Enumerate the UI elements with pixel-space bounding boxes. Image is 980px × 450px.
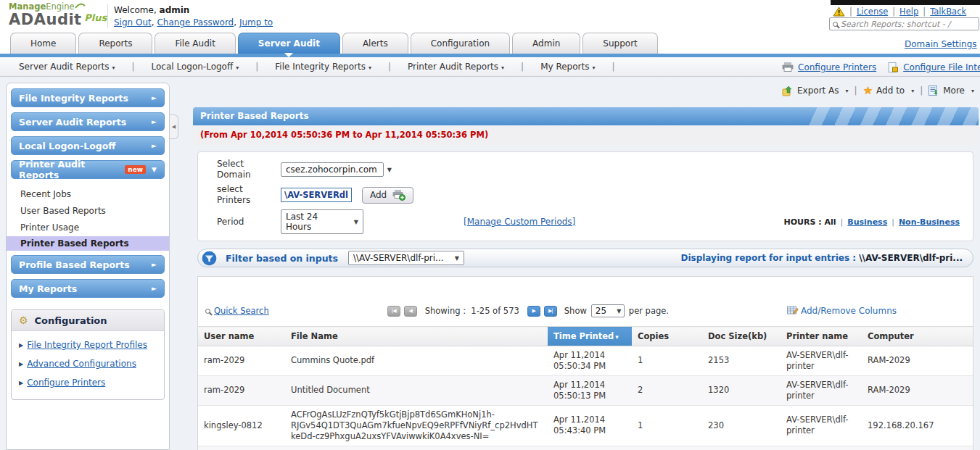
chevron-down-icon: ▾ bbox=[368, 64, 371, 71]
config-link-label[interactable]: Advanced Configurations bbox=[27, 359, 136, 369]
add-to-button[interactable]: ★ Add to ▾ bbox=[863, 84, 915, 97]
cell-computer: 192.168.31.221 bbox=[862, 446, 973, 450]
tab-support[interactable]: Support bbox=[582, 33, 657, 54]
add-printer-button[interactable]: Add bbox=[362, 187, 413, 204]
printer-icon bbox=[782, 62, 794, 72]
configure-file-integrity-link[interactable]: Configure File Integrity bbox=[903, 62, 980, 72]
tab-home[interactable]: Home bbox=[10, 33, 76, 54]
talkback-link[interactable]: TalkBack bbox=[930, 7, 966, 17]
tab-reports[interactable]: Reports bbox=[78, 33, 152, 54]
col-header-printer-name[interactable]: Printer name bbox=[781, 327, 862, 346]
jump-to-link[interactable]: Jump to bbox=[239, 17, 273, 28]
sidebar-item-recent-jobs[interactable]: Recent Jobs bbox=[11, 186, 165, 203]
menu-server-audit-reports[interactable]: Server Audit Reports▾ bbox=[19, 62, 115, 72]
help-link[interactable]: Help bbox=[899, 7, 918, 17]
col-header-time-printed[interactable]: Time Printed▾ bbox=[548, 327, 632, 346]
cell-printer-name: AV-SERVER\dlf-printer bbox=[781, 446, 862, 450]
warning-icon[interactable]: ! bbox=[833, 7, 845, 17]
header-divider bbox=[107, 4, 108, 28]
manage-custom-periods-link[interactable]: [Manage Custom Periods] bbox=[464, 217, 575, 227]
sidebar-group-profile-based-reports[interactable]: Profile Based Reports ► bbox=[11, 255, 165, 274]
chevron-right-icon: ► bbox=[152, 94, 157, 101]
config-link-label[interactable]: Configure Printers bbox=[27, 378, 105, 388]
per-page-select[interactable]: 25 ▼ bbox=[591, 304, 625, 317]
top-header: ManageEngine ADAudit Plus Welcome, admin… bbox=[0, 0, 980, 33]
config-link-configure-printers[interactable]: ▶ Configure Printers bbox=[17, 373, 158, 392]
add-remove-columns-button[interactable]: Add/Remove Columns bbox=[787, 306, 897, 316]
period-select[interactable]: Last 24 Hours ▼ bbox=[281, 209, 363, 234]
menu-printer-audit-reports[interactable]: Printer Audit Reports▾ bbox=[408, 62, 504, 72]
sidebar-group-my-reports[interactable]: My Reports ► bbox=[11, 279, 165, 298]
domain-settings-anchor[interactable]: Domain Settings bbox=[905, 39, 977, 49]
change-password-link[interactable]: Change Password bbox=[157, 17, 234, 28]
sidebar-group-server-audit-reports[interactable]: Server Audit Reports ► bbox=[11, 112, 165, 131]
menu-file-integrity-reports[interactable]: File Integrity Reports▾ bbox=[275, 62, 371, 72]
config-link-advanced-configurations[interactable]: ▶ Advanced Configurations bbox=[17, 354, 158, 373]
configuration-links: ▶ File Integrity Report Profiles ▶ Advan… bbox=[12, 331, 164, 399]
tab-underline-strip bbox=[0, 54, 980, 57]
report-menu-bar: Server Audit Reports▾ | Local Logon-Logo… bbox=[0, 57, 980, 77]
sidebar-item-user-based-reports[interactable]: User Based Reports bbox=[11, 203, 165, 220]
cell-doc-size: 2153 bbox=[702, 346, 781, 376]
table-row: kingsley-0812 ACFrOgAsLUzFznQTyf5kGtjBjp… bbox=[198, 405, 973, 446]
sidebar-item-printer-based-reports[interactable]: Printer Based Reports bbox=[7, 236, 169, 251]
col-header-copies[interactable]: Copies bbox=[632, 327, 702, 346]
search-input[interactable] bbox=[841, 20, 976, 29]
tab-file-audit[interactable]: File Audit bbox=[155, 33, 235, 54]
last-page-button[interactable]: ▶| bbox=[544, 306, 557, 317]
hours-business-link[interactable]: Business bbox=[847, 217, 887, 227]
first-page-button[interactable]: |◀ bbox=[387, 306, 400, 317]
domain-select[interactable]: csez.zohocorpin.com ▼ bbox=[281, 162, 384, 177]
quick-search-button[interactable]: Quick Search bbox=[205, 306, 269, 316]
menu-local-logon-logoff[interactable]: Local Logon-Logoff▾ bbox=[152, 62, 239, 72]
pipe: | bbox=[920, 86, 923, 96]
pipe: | bbox=[255, 62, 258, 72]
subnav-right: Configure Printers Configure File Integr… bbox=[782, 57, 980, 77]
first-page-icon: |◀ bbox=[392, 308, 396, 314]
sidebar-group-local-logon-logoff[interactable]: Local Logon-Logoff ► bbox=[11, 136, 165, 155]
menu-my-reports[interactable]: My Reports▾ bbox=[540, 62, 595, 72]
show-label: Show bbox=[564, 306, 587, 316]
config-link-label[interactable]: File Integrity Report Profiles bbox=[27, 340, 147, 350]
license-row: ! | License | Help | TalkBack bbox=[833, 7, 966, 17]
sidebar-group-printer-audit-reports[interactable]: Printer Audit Reports new ▼ bbox=[11, 160, 165, 179]
chevron-left-icon: ◀ bbox=[172, 124, 176, 130]
tab-configuration[interactable]: Configuration bbox=[411, 33, 510, 54]
hours-non-business-link[interactable]: Non-Business bbox=[899, 217, 960, 227]
filter-input-select[interactable]: \\AV-SERVER\dlf-pri... ▼ bbox=[348, 251, 464, 265]
sidebar-item-printer-usage[interactable]: Printer Usage bbox=[11, 220, 165, 236]
more-button[interactable]: More ▾ bbox=[928, 86, 974, 96]
username: admin bbox=[160, 5, 190, 15]
hours-all-label: HOURS : All bbox=[784, 217, 836, 227]
col-header-computer[interactable]: Computer bbox=[862, 327, 973, 346]
export-as-button[interactable]: Export As ▾ bbox=[782, 86, 849, 96]
filter-title: Filter based on inputs bbox=[226, 253, 338, 264]
col-header-user-name[interactable]: User name bbox=[198, 327, 285, 346]
tab-server-audit[interactable]: Server Audit bbox=[238, 33, 340, 54]
sidebar-collapse-handle[interactable]: ◀ bbox=[170, 114, 178, 139]
pipe: | bbox=[855, 86, 857, 96]
tab-admin[interactable]: Admin bbox=[512, 33, 580, 54]
domain-settings-link: Domain Settings bbox=[905, 39, 977, 49]
next-page-button[interactable]: ▶ bbox=[527, 306, 540, 317]
chevron-right-icon: ► bbox=[152, 142, 157, 149]
printers-input[interactable] bbox=[281, 188, 352, 202]
col-header-doc-size[interactable]: Doc Size(kb) bbox=[702, 327, 781, 346]
chevron-right-icon: ► bbox=[152, 285, 157, 292]
configure-printers-link[interactable]: Configure Printers bbox=[798, 62, 876, 72]
sidebar-group-label: Server Audit Reports bbox=[19, 117, 126, 128]
col-header-file-name[interactable]: File Name bbox=[285, 327, 548, 346]
chevron-down-icon: ▼ bbox=[455, 255, 459, 262]
sidebar-group-file-integrity-reports[interactable]: File Integrity Reports ► bbox=[11, 88, 165, 107]
filter-icon bbox=[202, 251, 217, 266]
tab-alerts[interactable]: Alerts bbox=[342, 33, 408, 54]
license-link[interactable]: License bbox=[857, 7, 888, 17]
config-link-file-integrity-report-profiles[interactable]: ▶ File Integrity Report Profiles bbox=[17, 336, 158, 354]
col-header-label: Time Printed bbox=[553, 331, 614, 341]
chevron-down-icon: ▾ bbox=[971, 88, 974, 94]
sign-out-link[interactable]: Sign Out bbox=[114, 17, 152, 28]
prev-page-button[interactable]: ◀ bbox=[404, 306, 417, 317]
app-logo: ManageEngine ADAudit Plus bbox=[9, 2, 107, 28]
pipe: | bbox=[388, 62, 391, 72]
pipe: | bbox=[849, 7, 852, 17]
